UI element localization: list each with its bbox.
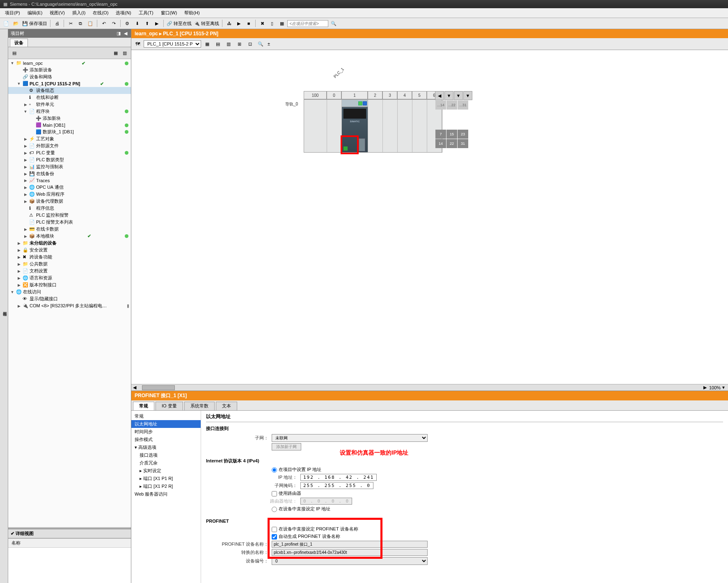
stop-cpu-icon[interactable]: ■: [244, 19, 253, 28]
tree-opcua[interactable]: ▶🌐OPC UA 通信: [8, 184, 131, 191]
tree-prog-blocks[interactable]: ▼📄程序块: [8, 108, 131, 115]
open-project-icon[interactable]: 📂: [11, 19, 21, 28]
dev-tool4-icon[interactable]: ⊞: [235, 39, 244, 48]
tree-com[interactable]: ▶🔌COM <8> [RS232/PPI 多主站编程电…▮: [8, 302, 131, 309]
slot-100[interactable]: [304, 100, 327, 152]
start-sim-icon[interactable]: ▶: [152, 19, 161, 28]
menu-window[interactable]: 窗口(W): [158, 9, 181, 17]
check-use-router[interactable]: 使用路由器: [272, 490, 301, 496]
download-icon[interactable]: ⬇: [133, 19, 142, 28]
nav-media[interactable]: 介质冗余: [131, 459, 201, 467]
tree-view1-icon[interactable]: ▦: [111, 48, 120, 57]
menu-online[interactable]: 在线(O): [89, 9, 112, 17]
tree-common[interactable]: ▶📁公共数据: [8, 261, 131, 267]
tree-root[interactable]: ▼📁learn_opc✔: [8, 60, 131, 66]
tree-watch[interactable]: ▶📊监控与强制表: [8, 163, 131, 170]
subnet-mask-input[interactable]: 255 . 255 . 255 . 0: [300, 482, 373, 489]
start-cpu-icon[interactable]: ▶: [234, 19, 243, 28]
accessible-devices-icon[interactable]: 🖧: [224, 19, 234, 28]
print-icon[interactable]: 🖨: [53, 19, 62, 28]
hscrollbar[interactable]: ◀ ▶100% ▼: [131, 384, 728, 391]
profinet-port-icon[interactable]: [359, 138, 365, 151]
copy-icon[interactable]: ⧉: [76, 19, 85, 28]
nav-ethernet[interactable]: 以太网地址: [131, 420, 201, 428]
check-pn-auto[interactable]: 自动生成 PROFINET 设备名称: [272, 533, 340, 540]
paste-icon[interactable]: 📋: [86, 19, 95, 28]
menu-tools[interactable]: 工具(T): [135, 9, 157, 17]
menu-options[interactable]: 选项(N): [112, 9, 134, 17]
nav-advanced[interactable]: ▾ 高级选项: [131, 444, 201, 451]
nav-port2[interactable]: ▸ 端口 [X1 P2 R]: [131, 482, 201, 490]
tab-devices[interactable]: 设备: [10, 39, 28, 47]
upload-icon[interactable]: ⬆: [142, 19, 151, 28]
nav-general[interactable]: 常规: [131, 412, 201, 420]
slot-4[interactable]: [398, 100, 412, 152]
tree-lang[interactable]: ▶🌐语言和资源: [8, 274, 131, 281]
tree-backup[interactable]: ▶💾在线备份: [8, 170, 131, 177]
cut-icon[interactable]: ✂: [66, 19, 75, 28]
tree-ver[interactable]: ▶🔀版本控制接口: [8, 281, 131, 288]
tree-hideif[interactable]: 👁显示/隐藏接口: [8, 295, 131, 302]
slot-5[interactable]: [412, 100, 427, 152]
tree-filter-icon[interactable]: ▤: [10, 48, 19, 57]
tree-types[interactable]: ▶📄PLC 数据类型: [8, 156, 131, 163]
radio-set-on-device[interactable]: 在设备中直接设定 IP 地址: [272, 506, 330, 512]
tree-localmod[interactable]: ▶📦本地模块✔: [8, 233, 131, 240]
subnet-select[interactable]: 未联网: [272, 434, 428, 442]
nav-webaccess[interactable]: Web 服务器访问: [131, 490, 201, 498]
tree-sw-unit[interactable]: ▶▫软件单元: [8, 101, 131, 108]
save-project-button[interactable]: 💾 保存项目: [21, 21, 48, 27]
tab-texts[interactable]: 文本: [216, 402, 237, 410]
new-project-icon[interactable]: 📄: [2, 19, 11, 28]
tree-traces[interactable]: ▶📈Traces: [8, 177, 131, 184]
tree-plc[interactable]: ▼🟦PLC_1 [CPU 1515-2 PN]✔: [8, 80, 131, 87]
ext-prev-icon[interactable]: ◀: [435, 91, 444, 100]
zoom-tool-icon[interactable]: 🔍: [256, 39, 265, 48]
layout-icon[interactable]: ▦: [277, 19, 286, 28]
menu-insert[interactable]: 插入(I): [69, 9, 89, 17]
nav-rt[interactable]: ▸ 实时设定: [131, 467, 201, 475]
ext-dd3-icon[interactable]: ▼: [463, 91, 472, 100]
slot-0[interactable]: [327, 100, 342, 152]
nav-port1[interactable]: ▸ 端口 [X1 P1 R]: [131, 475, 201, 482]
menu-view[interactable]: 视图(V): [46, 9, 68, 17]
dev-tool5-icon[interactable]: ⊡: [245, 39, 254, 48]
tree-web[interactable]: ▶🌐Web 应用程序: [8, 191, 131, 198]
tab-iovars[interactable]: IO 变量: [156, 402, 183, 410]
side-tab-devices[interactable]: 设备与网络: [0, 29, 8, 583]
search-next-icon[interactable]: 🔍: [329, 19, 338, 28]
menu-project[interactable]: 项目(P): [2, 9, 23, 17]
topology-icon[interactable]: 🗺: [133, 39, 142, 48]
tree-devices-networks[interactable]: 🔗设备和网络: [8, 73, 131, 80]
go-offline-button[interactable]: 🔌 转至离线: [193, 21, 220, 27]
tree-proxy[interactable]: ▶📦设备代理数据: [8, 198, 131, 205]
pn-name-input[interactable]: [272, 541, 428, 548]
split-icon[interactable]: ▯: [268, 19, 277, 28]
device-view-canvas[interactable]: PLC_1 导轨_0 100 0 1 2 3 4 5 6: [131, 50, 728, 384]
tree-alarm[interactable]: ⚠PLC 监控和报警: [8, 212, 131, 219]
menu-edit[interactable]: 编辑(E): [24, 9, 46, 17]
ip-address-input[interactable]: 192 . 168 . 42 . 241: [300, 474, 377, 481]
tree-online-access[interactable]: ▼🌐在线访问: [8, 288, 131, 295]
menu-help[interactable]: 帮助(H): [181, 9, 203, 17]
tab-general[interactable]: 常规: [133, 402, 154, 410]
dev-tool1-icon[interactable]: ▦: [203, 39, 212, 48]
ext-dd2-icon[interactable]: ▼: [454, 91, 463, 100]
go-online-button[interactable]: 🔗 转至在线: [166, 21, 192, 27]
zoom-value[interactable]: 100%: [709, 385, 721, 390]
tree-view2-icon[interactable]: ▥: [120, 48, 129, 57]
nav-ifopt[interactable]: 接口选项: [131, 451, 201, 459]
ext-dd1-icon[interactable]: ▼: [444, 91, 453, 100]
cross-ref-icon[interactable]: ✖: [258, 19, 267, 28]
tree-tags[interactable]: ▶🏷PLC 变量: [8, 149, 131, 156]
tree-main-ob1[interactable]: 🟪Main [OB1]: [8, 122, 131, 128]
radio-set-in-project[interactable]: 在项目中设置 IP 地址: [272, 466, 321, 473]
check-pn-ondev[interactable]: 在设备中直接设定 PROFINET 设备名称: [272, 526, 358, 532]
tree-db1[interactable]: 🟦数据块_1 [DB1]: [8, 128, 131, 135]
dev-tool2-icon[interactable]: ▤: [213, 39, 222, 48]
collapse-icon[interactable]: ◨: [116, 31, 121, 37]
nav-timesync[interactable]: 时间同步: [131, 428, 201, 436]
device-number-select[interactable]: 0: [272, 557, 428, 565]
tree-add-device[interactable]: ➕添加新设备: [8, 66, 131, 73]
tree-crossdev[interactable]: ▶✖跨设备功能: [8, 254, 131, 261]
